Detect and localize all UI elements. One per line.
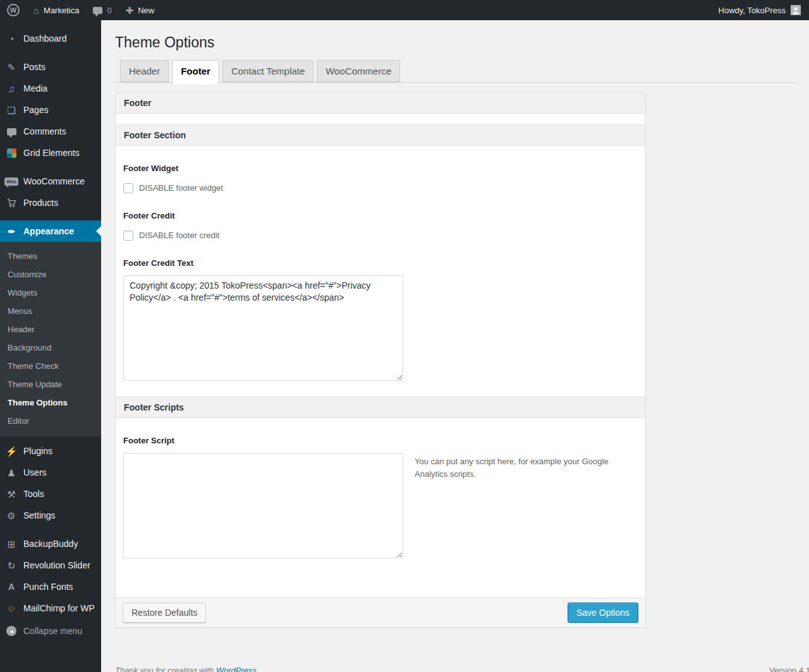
sidebar-item-users[interactable]: ♟ Users — [0, 462, 101, 483]
sidebar-item-products[interactable]: Products — [0, 192, 101, 213]
sidebar-item-comments[interactable]: Comments — [0, 121, 101, 142]
sidebar-item-label: Products — [23, 198, 58, 208]
wordpress-menu-button[interactable]: W — [0, 0, 27, 20]
tab-woocommerce[interactable]: WooCommerce — [317, 60, 400, 82]
disable-footer-widget-text: DISABLE footer widget — [139, 183, 223, 193]
sidebar-item-label: Pages — [23, 105, 49, 115]
submenu-item-menus[interactable]: Menus — [0, 302, 101, 320]
sidebar-item-tools[interactable]: ⚒ Tools — [0, 483, 101, 505]
sidebar-item-posts[interactable]: ✎ Posts — [0, 56, 101, 78]
pin-icon: ✎ — [5, 63, 18, 72]
submenu-item-widgets[interactable]: Widgets — [0, 284, 101, 302]
page-title: Theme Options — [115, 33, 796, 52]
footer-thanks-text: Thank you for creating with WordPress. — [115, 666, 259, 672]
plug-icon: ⚡ — [5, 447, 18, 456]
footer-credit-textarea-wrap: Copyright &copy; 2015 TokoPress<span><a … — [123, 275, 638, 381]
version-label: Version 4.1 — [769, 666, 809, 672]
avatar — [791, 5, 801, 15]
submenu-item-theme-check[interactable]: Theme Check — [0, 357, 101, 375]
menu-separator — [0, 49, 101, 56]
submenu-item-customize[interactable]: Customize — [0, 265, 101, 284]
plus-icon: ✚ — [126, 6, 134, 15]
page-footer: Thank you for creating with WordPress. V… — [115, 666, 646, 672]
sidebar-item-label: Dashboard — [23, 33, 67, 44]
footer-script-help-text: You can put any script here, for example… — [415, 453, 611, 481]
restore-defaults-button[interactable]: Restore Defaults — [123, 603, 206, 623]
site-name-link[interactable]: ⌂ Marketica — [27, 0, 86, 20]
sidebar-item-label: Settings — [23, 510, 56, 520]
submenu-item-background[interactable]: Background — [0, 339, 101, 357]
sidebar-item-label: Plugins — [23, 446, 52, 456]
howdy-label: Howdy, TokoPress — [719, 6, 786, 15]
tab-contact-template[interactable]: Contact Template — [222, 60, 313, 82]
section-header-footer-scripts: Footer Scripts — [116, 397, 645, 418]
tab-footer[interactable]: Footer — [172, 60, 219, 85]
media-icon: ♫ — [5, 84, 18, 93]
disable-footer-credit-row: DISABLE footer credit — [123, 231, 638, 241]
save-options-button[interactable]: Save Options — [568, 603, 638, 623]
current-menu-arrow — [91, 226, 101, 236]
submenu-item-theme-options[interactable]: Theme Options — [0, 393, 101, 412]
sidebar-item-appearance[interactable]: ✒ Appearance — [0, 220, 101, 242]
disable-footer-credit-text: DISABLE footer credit — [139, 231, 219, 240]
sidebar-item-label: Media — [23, 83, 47, 93]
sidebar-item-label: Grid Elements — [23, 148, 80, 158]
collapse-menu-button[interactable]: ◀ Collapse menu — [0, 620, 101, 642]
sidebar-item-label: Appearance — [23, 226, 74, 236]
tab-header[interactable]: Header — [120, 60, 169, 82]
woocommerce-icon: Woo — [5, 177, 18, 186]
new-label: New — [138, 6, 154, 15]
footer-options-panel: Footer Footer Section Footer Widget DISA… — [115, 92, 646, 628]
sidebar-item-label: MailChimp for WP — [23, 603, 95, 613]
footer-script-label: Footer Script — [123, 436, 638, 445]
submenu-item-theme-update[interactable]: Theme Update — [0, 375, 101, 393]
disable-footer-widget-row: DISABLE footer widget — [123, 183, 638, 193]
footer-credit-textarea[interactable]: Copyright &copy; 2015 TokoPress<span><a … — [123, 275, 403, 381]
settings-icon: ⚙ — [5, 511, 18, 520]
letter-a-icon: A — [5, 582, 18, 591]
new-content-button[interactable]: ✚ New — [119, 0, 162, 20]
footer-section-body: Footer Widget DISABLE footer widget Foot… — [116, 164, 645, 381]
sidebar-item-label: BackupBuddy — [23, 539, 78, 549]
submenu-item-editor[interactable]: Editor — [0, 412, 101, 430]
menu-separator — [0, 164, 101, 171]
sidebar-item-punch-fonts[interactable]: A Punch Fonts — [0, 576, 101, 597]
admin-sidebar: ◔ Dashboard ✎ Posts ♫ Media ❏ Pages Comm… — [0, 20, 101, 672]
sidebar-item-revolution-slider[interactable]: ↻ Revolution Slider — [0, 555, 101, 576]
wordpress-link[interactable]: WordPress — [216, 666, 257, 672]
sidebar-item-grid-elements[interactable]: Grid Elements — [0, 142, 101, 164]
sidebar-item-settings[interactable]: ⚙ Settings — [0, 505, 101, 526]
appearance-submenu: Themes Customize Widgets Menus Header Ba… — [0, 242, 101, 436]
account-menu[interactable]: Howdy, TokoPress — [710, 0, 809, 20]
comments-admin-bar-link[interactable]: 0 — [86, 0, 118, 20]
admin-bar-left: W ⌂ Marketica 0 ✚ New — [0, 0, 161, 20]
panel-title: Footer — [116, 93, 645, 114]
dashboard-icon: ◔ — [5, 34, 18, 44]
footer-widget-label: Footer Widget — [123, 164, 638, 173]
disable-footer-credit-checkbox[interactable] — [123, 231, 133, 241]
sidebar-item-label: Posts — [23, 62, 46, 72]
disable-footer-widget-checkbox[interactable] — [123, 183, 133, 193]
footer-script-textarea[interactable] — [123, 453, 403, 558]
comments-icon — [5, 128, 18, 135]
wordpress-logo-icon: W — [7, 4, 20, 16]
comment-count: 0 — [107, 6, 111, 15]
thanks-suffix: . — [257, 666, 259, 672]
sidebar-item-pages[interactable]: ❏ Pages — [0, 99, 101, 121]
menu-separator — [0, 213, 101, 220]
cart-icon — [5, 198, 18, 208]
submenu-item-header[interactable]: Header — [0, 320, 101, 339]
site-name-label: Marketica — [44, 6, 79, 15]
footer-script-row: You can put any script here, for example… — [123, 453, 638, 558]
comments-bubble-icon — [93, 7, 102, 14]
sidebar-item-woocommerce[interactable]: Woo WooCommerce — [0, 171, 101, 192]
sidebar-item-label: Revolution Slider — [23, 560, 90, 570]
sidebar-item-plugins[interactable]: ⚡ Plugins — [0, 440, 101, 462]
sidebar-item-backupbuddy[interactable]: ⊞ BackupBuddy — [0, 533, 101, 555]
sidebar-item-dashboard[interactable]: ◔ Dashboard — [0, 28, 101, 49]
sidebar-item-media[interactable]: ♫ Media — [0, 78, 101, 99]
user-icon: ♟ — [5, 468, 18, 477]
submenu-item-themes[interactable]: Themes — [0, 247, 101, 265]
mailchimp-monkey-icon: ☺ — [5, 604, 18, 613]
sidebar-item-mailchimp[interactable]: ☺ MailChimp for WP — [0, 597, 101, 619]
